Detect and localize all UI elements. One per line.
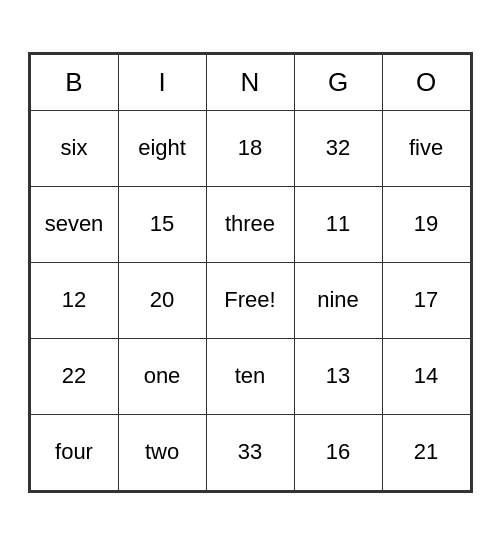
table-row: 1220Free!nine17 bbox=[30, 262, 470, 338]
header-row: BINGO bbox=[30, 54, 470, 110]
table-cell: two bbox=[118, 414, 206, 490]
table-cell: 33 bbox=[206, 414, 294, 490]
table-cell: ten bbox=[206, 338, 294, 414]
header-cell: N bbox=[206, 54, 294, 110]
table-cell: 19 bbox=[382, 186, 470, 262]
table-cell: 14 bbox=[382, 338, 470, 414]
table-cell: seven bbox=[30, 186, 118, 262]
header-cell: I bbox=[118, 54, 206, 110]
table-cell: four bbox=[30, 414, 118, 490]
table-row: 22oneten1314 bbox=[30, 338, 470, 414]
table-cell: 17 bbox=[382, 262, 470, 338]
table-cell: 13 bbox=[294, 338, 382, 414]
table-cell: six bbox=[30, 110, 118, 186]
table-cell: 20 bbox=[118, 262, 206, 338]
header-cell: B bbox=[30, 54, 118, 110]
header-cell: G bbox=[294, 54, 382, 110]
table-cell: 11 bbox=[294, 186, 382, 262]
table-cell: eight bbox=[118, 110, 206, 186]
table-row: sixeight1832five bbox=[30, 110, 470, 186]
table-cell: 16 bbox=[294, 414, 382, 490]
table-cell: 18 bbox=[206, 110, 294, 186]
table-cell: one bbox=[118, 338, 206, 414]
table-row: fourtwo331621 bbox=[30, 414, 470, 490]
header-cell: O bbox=[382, 54, 470, 110]
table-cell: 22 bbox=[30, 338, 118, 414]
table-cell: nine bbox=[294, 262, 382, 338]
table-cell: 21 bbox=[382, 414, 470, 490]
bingo-card: BINGO sixeight1832fiveseven15three111912… bbox=[28, 52, 473, 493]
table-cell: Free! bbox=[206, 262, 294, 338]
table-cell: 12 bbox=[30, 262, 118, 338]
table-cell: three bbox=[206, 186, 294, 262]
table-cell: five bbox=[382, 110, 470, 186]
table-row: seven15three1119 bbox=[30, 186, 470, 262]
table-cell: 15 bbox=[118, 186, 206, 262]
table-cell: 32 bbox=[294, 110, 382, 186]
